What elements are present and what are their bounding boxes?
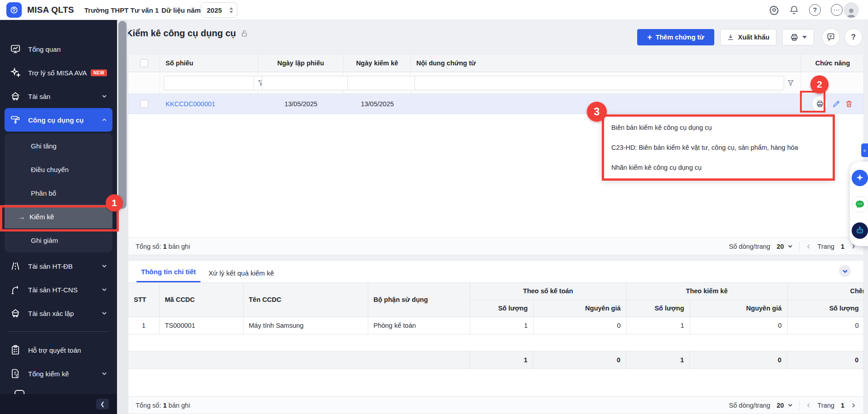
col-nguyen-gia[interactable]: Nguyên giá xyxy=(690,300,787,317)
sidebar-item-tai-san-ht-cns[interactable]: Tài sản HT-CNS xyxy=(5,278,112,301)
user-avatar[interactable] xyxy=(844,2,859,18)
filter-funnel-icon[interactable] xyxy=(784,79,797,86)
filter-noi-dung-input[interactable] xyxy=(415,76,784,90)
asset-car-icon xyxy=(10,91,21,102)
col-ma-ccdc[interactable]: Mã CCDC xyxy=(159,283,243,317)
help-icon[interactable]: ? xyxy=(809,4,821,16)
sidebar-item-dieu-chuyen[interactable]: Điều chuyển xyxy=(5,158,112,181)
printer-icon xyxy=(790,33,799,42)
road-icon xyxy=(10,261,21,271)
panel-collapse-button[interactable] xyxy=(839,265,851,277)
col-so-luong[interactable]: Số lượng xyxy=(470,300,533,317)
rows-per-page-select[interactable]: 20 xyxy=(776,243,792,250)
export-button[interactable]: Xuất khẩu xyxy=(720,29,776,45)
sidebar-item-ghi-giam[interactable]: Ghi giảm xyxy=(5,228,112,252)
menu-item-c23-hd[interactable]: C23-HD: Biên bản kiểm kê vật tư, công cụ… xyxy=(603,138,834,158)
clipboard-icon xyxy=(10,345,21,355)
scrollbar-thumb[interactable] xyxy=(118,21,127,209)
chevron-down-icon xyxy=(102,287,107,292)
next-page-button[interactable] xyxy=(851,403,856,408)
sidebar-collapse-button[interactable]: ❮ xyxy=(96,399,109,409)
document-number-link[interactable]: KKCCDC000001 xyxy=(166,100,215,108)
sidebar-item-ho-tro-quyet-toan[interactable]: Hỗ trợ quyết toán xyxy=(5,338,112,362)
year-value: 2025 xyxy=(207,6,222,14)
records-total: Tổng số: 1 bản ghi xyxy=(136,243,190,250)
add-document-button[interactable]: + Thêm chứng từ xyxy=(637,29,714,45)
page-help-button[interactable]: ? xyxy=(844,28,863,46)
total-sl-kiem-ke: 1 xyxy=(626,351,690,369)
current-page[interactable]: 1 xyxy=(841,243,844,250)
widget-expand-tab[interactable]: « xyxy=(861,143,868,157)
col-so-luong[interactable]: Số lượng xyxy=(626,300,690,317)
col-so-luong[interactable]: Số lượng xyxy=(787,300,863,317)
prev-page-button[interactable] xyxy=(806,244,811,249)
sidebar-item-ghi-tang[interactable]: Ghi tăng xyxy=(5,134,112,158)
menu-item-bien-ban-kiem-ke[interactable]: Biên bản kiểm kê công cụ dụng cụ xyxy=(603,118,834,138)
tab-xu-ly-ket-qua[interactable]: Xử lý kết quả kiểm kê xyxy=(204,264,278,282)
sidebar-item-tai-san-ht-db[interactable]: Tài sản HT-ĐB xyxy=(5,254,112,278)
sidebar-item-label: Trợ lý số MISA AVA xyxy=(28,69,87,77)
detail-total-row: 1 0 1 0 0 xyxy=(128,351,863,369)
year-spinner[interactable] xyxy=(229,7,233,13)
col-nguyen-gia[interactable]: Nguyên giá xyxy=(533,300,626,317)
column-header-ngay-lap[interactable]: Ngày lập phiếu xyxy=(258,54,344,72)
support-chat-button[interactable] xyxy=(852,196,868,212)
col-stt[interactable]: STT xyxy=(128,283,159,317)
table-row[interactable]: KKCCDC000001 13/05/2025 13/05/2025 xyxy=(128,94,863,114)
page-label: Trang xyxy=(818,243,834,250)
sidebar-item-kiem-ke[interactable]: → Kiểm kê xyxy=(5,205,112,228)
trash-icon xyxy=(845,100,853,108)
print-dropdown-button[interactable] xyxy=(782,29,814,45)
rows-per-page-label: Số dòng/trang xyxy=(729,402,770,409)
sidebar-item-tong-quan[interactable]: Tổng quan xyxy=(5,37,112,61)
ava-assistant-button[interactable] xyxy=(852,170,868,186)
feedback-chat-button[interactable] xyxy=(822,28,840,46)
sidebar-item-misa-ava[interactable]: Trợ lý số MISA AVA NEW xyxy=(5,61,112,84)
misa-logo[interactable] xyxy=(6,2,22,18)
filter-ngay-lap-input[interactable] xyxy=(262,76,351,90)
current-page[interactable]: 1 xyxy=(841,402,844,409)
main-content: Kiểm kê công cụ dụng cụ + Thêm chứng từ … xyxy=(128,20,864,414)
ten-ccdc-cell: Máy tính Samsung xyxy=(243,317,368,334)
tab-thong-tin-chi-tiet[interactable]: Thông tin chi tiết xyxy=(137,262,200,282)
col-bo-phan[interactable]: Bộ phận sử dụng xyxy=(368,283,470,317)
chevron-down-icon xyxy=(842,268,848,274)
chat-bubble-icon xyxy=(826,33,835,42)
unlock-icon[interactable] xyxy=(240,30,249,38)
page-title: Kiểm kê công cụ dụng cụ xyxy=(126,28,236,39)
column-header-noi-dung[interactable]: Nội dung chứng từ xyxy=(411,54,801,72)
row-delete-button[interactable] xyxy=(845,100,853,108)
row-edit-button[interactable] xyxy=(832,100,840,108)
notifications-bell-icon[interactable] xyxy=(789,5,799,15)
more-options-icon[interactable]: ··· xyxy=(831,4,843,16)
filter-noi-dung[interactable] xyxy=(414,76,784,90)
sidebar-item-phan-bo[interactable]: Phân bổ xyxy=(5,181,112,205)
page-label: Trang xyxy=(818,402,834,409)
sidebar-item-tong-kiem-ke[interactable]: Tổng kiểm kê xyxy=(5,362,112,385)
row-checkbox[interactable] xyxy=(140,100,148,108)
row-print-button[interactable] xyxy=(812,96,828,112)
grid-pagination: Tổng số: 1 bản ghi Số dòng/trang 20 Tran… xyxy=(128,237,863,255)
settings-gear-icon[interactable] xyxy=(769,5,779,15)
sidebar-item-tai-san-xac-lap[interactable]: Tài sản xác lập xyxy=(5,301,112,325)
prev-page-button[interactable] xyxy=(806,403,811,408)
menu-item-nhan-kiem-ke[interactable]: Nhãn kiểm kê công cụ dụng cụ xyxy=(603,158,834,177)
column-header-ngay-kiem-ke[interactable]: Ngày kiểm kê xyxy=(344,54,411,72)
sl-chenh-lech-cell: 0 xyxy=(787,317,863,334)
select-all-cell[interactable] xyxy=(128,54,160,72)
select-all-checkbox[interactable] xyxy=(140,59,148,67)
year-select[interactable]: 2025 xyxy=(201,2,237,18)
filter-so-phieu[interactable] xyxy=(164,76,268,90)
robot-icon xyxy=(855,226,864,235)
col-ten-ccdc[interactable]: Tên CCDC xyxy=(243,283,368,317)
sidebar-scrollbar[interactable] xyxy=(117,20,128,414)
organization-name[interactable]: Trường THPT Tư vấn 1 xyxy=(84,0,159,20)
chatbot-button[interactable] xyxy=(852,222,868,239)
grid-filter-row xyxy=(128,72,863,94)
sidebar-item-cong-cu-dung-cu[interactable]: Công cụ dụng cụ xyxy=(5,108,112,132)
filter-so-phieu-input[interactable] xyxy=(164,76,254,90)
rows-per-page-select[interactable]: 20 xyxy=(776,402,792,409)
sidebar-item-tai-san[interactable]: Tài sản xyxy=(5,84,112,108)
detail-row[interactable]: 1 TS000001 Máy tính Samsung Phòng kế toá… xyxy=(128,317,863,334)
column-header-so-phieu[interactable]: Số phiếu xyxy=(160,54,258,72)
